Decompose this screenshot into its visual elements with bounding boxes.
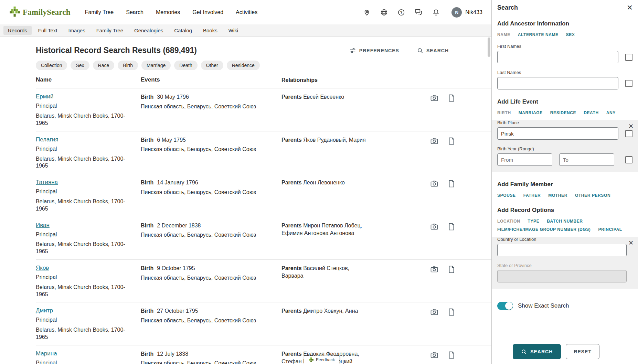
help-icon[interactable]: ? — [397, 9, 405, 16]
first-names-exact-checkbox[interactable] — [625, 54, 632, 61]
header-icons: ? N Nik433 — [363, 7, 482, 18]
filter-chip[interactable]: Marriage — [141, 61, 171, 70]
results-tab[interactable]: Catalog — [170, 26, 196, 35]
filter-chip[interactable]: Residence — [227, 61, 260, 70]
document-icon[interactable] — [447, 223, 456, 231]
preferences-button[interactable]: PREFERENCES — [349, 47, 399, 54]
results-tab[interactable]: Books — [199, 26, 222, 35]
username: Nik433 — [465, 9, 482, 15]
add-option-link[interactable]: BATCH NUMBER — [547, 219, 583, 224]
vertical-scrollbar[interactable] — [488, 38, 490, 57]
results-rows: Ермий Principal Belarus, Minsk Church Bo… — [36, 88, 491, 364]
record-name-link[interactable]: Ермий — [36, 93, 53, 100]
camera-icon[interactable] — [430, 351, 438, 359]
main-nav-item[interactable]: Activities — [236, 9, 257, 15]
reset-button[interactable]: RESET — [566, 344, 599, 359]
feedback-button[interactable]: Feedback — [304, 356, 339, 364]
country-input[interactable] — [497, 244, 627, 256]
add-option-link[interactable]: FATHER — [523, 193, 541, 198]
record-name-link[interactable]: Пелагия — [36, 136, 58, 143]
camera-icon[interactable] — [430, 180, 438, 188]
birth-place-exact-checkbox[interactable] — [625, 130, 632, 137]
document-icon[interactable] — [447, 137, 456, 145]
life-event-links: BIRTH MARRIAGE RESIDENCE DEATH ANY — [497, 110, 632, 115]
filter-chip[interactable]: Collection — [36, 61, 67, 70]
add-option-link[interactable]: RESIDENCE — [550, 110, 576, 115]
app-root: FamilySearch Family Tree Search Memories… — [0, 0, 638, 364]
search-submit-button[interactable]: SEARCH — [513, 344, 561, 359]
filter-chip[interactable]: Race — [93, 61, 115, 70]
add-option-link[interactable]: ANY — [606, 110, 616, 115]
first-names-input[interactable] — [497, 51, 618, 63]
document-icon[interactable] — [447, 180, 456, 188]
results-tab[interactable]: Family Tree — [92, 26, 128, 35]
camera-icon[interactable] — [430, 137, 438, 145]
add-option-link[interactable]: OTHER PERSON — [575, 193, 610, 198]
add-option-link[interactable]: FILM/FICHE/IMAGE GROUP NUMBER (DGS) — [497, 227, 591, 232]
record-name-link[interactable]: Татияна — [36, 179, 58, 186]
search-panel-body: Search × Add Ancestor Information NAME A… — [492, 0, 638, 339]
location-icon[interactable] — [363, 9, 371, 16]
open-search-button[interactable]: SEARCH — [417, 47, 449, 54]
results-tab[interactable]: Records — [3, 26, 32, 35]
camera-icon[interactable] — [430, 308, 438, 316]
exact-search-toggle[interactable] — [497, 302, 513, 310]
add-option-link[interactable]: PRINCIPAL — [598, 227, 622, 232]
record-name-link[interactable]: Марина — [36, 350, 57, 357]
record-events-cell: Birth30 May 1796 Пинская область, Белару… — [141, 93, 281, 127]
globe-icon[interactable] — [380, 9, 388, 16]
main-nav-item[interactable]: Family Tree — [85, 9, 114, 15]
record-name-link[interactable]: Иван — [36, 222, 50, 229]
messages-icon[interactable] — [415, 8, 423, 16]
feedback-tree-icon — [309, 357, 313, 362]
add-option-link[interactable]: BIRTH — [497, 110, 511, 115]
add-option-link[interactable]: SEX — [566, 32, 575, 37]
life-event-section-heading: Add Life Event — [497, 98, 632, 105]
logo-wordmark: FamilySearch — [23, 8, 71, 17]
results-tab[interactable]: Full Text — [34, 26, 62, 35]
main-nav-item[interactable]: Search — [126, 9, 143, 15]
familysearch-logo[interactable]: FamilySearch — [10, 7, 71, 18]
camera-icon[interactable] — [430, 94, 438, 102]
add-option-link[interactable]: MOTHER — [548, 193, 567, 198]
add-option-link[interactable]: ALTERNATE NAME — [518, 32, 559, 37]
birth-year-from-input[interactable] — [497, 153, 552, 166]
notifications-icon[interactable] — [432, 9, 440, 16]
document-icon[interactable] — [447, 94, 456, 102]
birth-year-exact-checkbox[interactable] — [625, 156, 632, 163]
record-name-link[interactable]: Дмитр — [36, 307, 53, 314]
camera-icon[interactable] — [430, 265, 438, 274]
document-icon[interactable] — [447, 265, 456, 274]
birth-year-to-input[interactable] — [559, 153, 614, 166]
add-option-link[interactable]: DEATH — [584, 110, 598, 115]
add-option-link[interactable]: MARRIAGE — [519, 110, 543, 115]
document-icon[interactable] — [447, 351, 456, 359]
add-option-link[interactable]: LOCATION — [497, 219, 520, 224]
add-option-link[interactable]: TYPE — [528, 219, 540, 224]
remove-birth-event-icon[interactable]: ✕ — [628, 123, 634, 129]
user-menu[interactable]: N Nik433 — [451, 7, 482, 18]
last-names-exact-checkbox[interactable] — [625, 80, 632, 87]
add-option-link[interactable]: SPOUSE — [497, 193, 516, 198]
event-type: Birth — [141, 223, 153, 228]
filter-chip[interactable]: Birth — [118, 61, 138, 70]
last-names-input[interactable] — [497, 77, 618, 89]
search-category-tabs: Records Full Text Images Family Tree Gen… — [0, 24, 491, 37]
birth-place-input[interactable] — [497, 127, 618, 140]
main-nav-item[interactable]: Memories — [156, 9, 180, 15]
document-icon[interactable] — [447, 308, 456, 316]
results-tab[interactable]: Wiki — [224, 26, 243, 35]
filter-chip[interactable]: Death — [174, 61, 197, 70]
main-nav-item[interactable]: Get Involved — [192, 9, 223, 15]
remove-location-option-icon[interactable]: ✕ — [628, 240, 634, 246]
add-option-link[interactable]: NAME — [497, 32, 510, 37]
record-name-link[interactable]: Яков — [36, 265, 49, 271]
results-tab[interactable]: Images — [64, 26, 89, 35]
filter-chip[interactable]: Other — [201, 61, 223, 70]
filter-chip[interactable]: Sex — [71, 61, 89, 70]
event-date: 6 May 1795 — [157, 137, 186, 143]
state-label: State or Province — [497, 263, 632, 268]
close-panel-icon[interactable]: × — [627, 4, 632, 11]
camera-icon[interactable] — [430, 223, 438, 231]
results-tab[interactable]: Genealogies — [130, 26, 168, 35]
